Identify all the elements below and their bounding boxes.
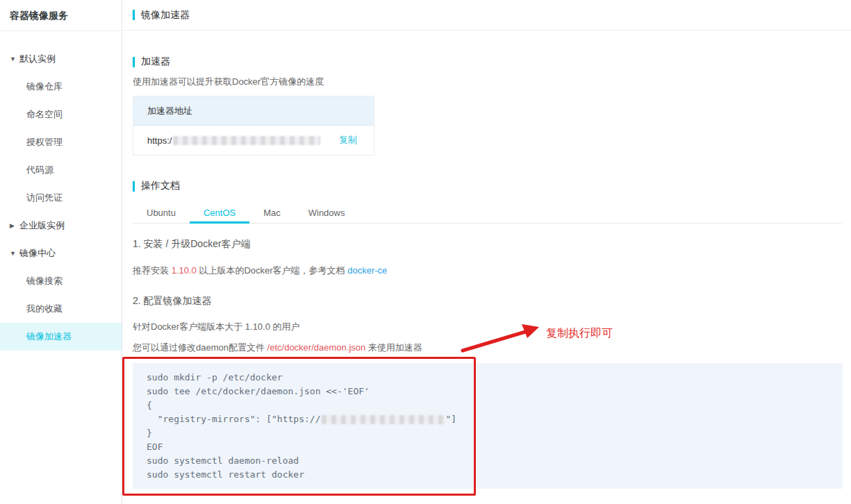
accent-bar bbox=[133, 57, 135, 67]
docker-ce-link[interactable]: docker-ce bbox=[347, 265, 387, 276]
page: 容器镜像服务 ▼默认实例 镜像仓库 命名空间 授权管理 代码源 访问凭证 ▶企业… bbox=[0, 0, 851, 504]
address-column-header: 加速器地址 bbox=[133, 96, 374, 126]
os-tabs: Ubuntu CentOS Mac Windows bbox=[133, 205, 841, 224]
accent-bar bbox=[133, 181, 135, 192]
code-line: sudo systemctl daemon-reload bbox=[147, 454, 829, 468]
code-line: { bbox=[147, 398, 829, 412]
step1-title: 1. 安装 / 升级Docker客户端 bbox=[133, 238, 251, 251]
code-line: EOF bbox=[147, 440, 829, 454]
page-header: 镜像加速器 bbox=[123, 0, 851, 31]
step1-paragraph: 推荐安装 1.10.0 以上版本的Docker客户端，参考文档 docker-c… bbox=[133, 264, 387, 277]
docs-section-title: 操作文档 bbox=[133, 180, 180, 192]
step2-line2: 您可以通过修改daemon配置文件 /etc/docker/daemon.jso… bbox=[133, 342, 422, 354]
accelerator-section-label: 加速器 bbox=[141, 56, 170, 68]
step2-line2-before: 您可以通过修改daemon配置文件 bbox=[133, 342, 267, 353]
sidebar-item-image-search[interactable]: 镜像搜索 bbox=[0, 267, 122, 295]
sidebar-item-image-accelerator[interactable]: 镜像加速器 bbox=[0, 323, 122, 351]
sidebar-group-image-center[interactable]: ▼镜像中心 bbox=[0, 240, 122, 267]
step1-text-before: 推荐安装 bbox=[133, 265, 172, 276]
masked-url-blur bbox=[173, 136, 320, 145]
sidebar-group-enterprise-instance[interactable]: ▶企业版实例 bbox=[0, 212, 122, 240]
address-row: https:/ 复制 bbox=[133, 126, 374, 155]
docker-version-highlight: 1.10.0 bbox=[172, 265, 197, 276]
step2-line1: 针对Docker客户端版本大于 1.10.0 的用户 bbox=[133, 321, 300, 333]
sidebar-item-image-repo[interactable]: 镜像仓库 bbox=[0, 73, 122, 101]
sidebar-item-auth-management[interactable]: 授权管理 bbox=[0, 128, 122, 156]
main-content: 镜像加速器 加速器 使用加速器可以提升获取Docker官方镜像的速度 加速器地址… bbox=[123, 0, 851, 504]
code-line4-suffix: "] bbox=[445, 414, 456, 424]
sidebar-item-code-source[interactable]: 代码源 bbox=[0, 156, 122, 184]
tab-centos[interactable]: CentOS bbox=[190, 205, 249, 224]
code-line4-prefix: "registry-mirrors": ["https:// bbox=[147, 414, 320, 424]
sidebar-group-label: 企业版实例 bbox=[19, 220, 65, 230]
chevron-down-icon: ▼ bbox=[10, 45, 19, 73]
sidebar-item-my-favorites[interactable]: 我的收藏 bbox=[0, 295, 122, 323]
annotation-label: 复制执行即可 bbox=[546, 326, 613, 341]
config-code-block: sudo mkdir -p /etc/docker sudo tee /etc/… bbox=[133, 363, 843, 489]
accelerator-section-title: 加速器 bbox=[133, 56, 170, 68]
sidebar-item-namespace[interactable]: 命名空间 bbox=[0, 101, 122, 128]
step2-title: 2. 配置镜像加速器 bbox=[133, 295, 212, 308]
tab-mac[interactable]: Mac bbox=[249, 205, 295, 224]
app-title: 容器镜像服务 bbox=[0, 0, 122, 31]
sidebar-group-default-instance[interactable]: ▼默认实例 bbox=[0, 45, 122, 73]
step2-line2-after: 来使用加速器 bbox=[365, 342, 422, 353]
copy-url-button[interactable]: 复制 bbox=[339, 134, 357, 146]
chevron-right-icon: ▶ bbox=[10, 212, 19, 240]
step1-text-after: 以上版本的Docker客户端，参考文档 bbox=[197, 265, 347, 276]
code-line-registry-mirrors: "registry-mirrors": ["https://"] bbox=[147, 412, 829, 426]
sidebar-item-access-credentials[interactable]: 访问凭证 bbox=[0, 184, 122, 212]
accelerator-address-table: 加速器地址 https:/ 复制 bbox=[133, 96, 374, 156]
tab-ubuntu[interactable]: Ubuntu bbox=[133, 205, 190, 224]
tab-windows[interactable]: Windows bbox=[295, 205, 359, 224]
masked-mirror-url-blur bbox=[322, 415, 445, 424]
code-line: sudo tee /etc/docker/daemon.json <<-'EOF… bbox=[147, 385, 829, 398]
code-line: sudo mkdir -p /etc/docker bbox=[147, 371, 829, 385]
chevron-down-icon: ▼ bbox=[10, 240, 19, 267]
code-line: sudo systemctl restart docker bbox=[147, 468, 829, 482]
code-line: } bbox=[147, 426, 829, 440]
daemon-json-path-highlight: /etc/docker/daemon.json bbox=[267, 342, 366, 353]
accelerator-url-prefix: https:/ bbox=[147, 135, 172, 146]
sidebar-group-label: 默认实例 bbox=[19, 53, 56, 64]
accelerator-description: 使用加速器可以提升获取Docker官方镜像的速度 bbox=[133, 76, 324, 88]
accent-bar bbox=[133, 10, 135, 20]
sidebar-menu: ▼默认实例 镜像仓库 命名空间 授权管理 代码源 访问凭证 ▶企业版实例 ▼镜像… bbox=[0, 31, 122, 351]
sidebar-group-label: 镜像中心 bbox=[19, 248, 56, 258]
page-title: 镜像加速器 bbox=[141, 9, 190, 22]
docs-section-label: 操作文档 bbox=[141, 180, 180, 192]
sidebar: 容器镜像服务 ▼默认实例 镜像仓库 命名空间 授权管理 代码源 访问凭证 ▶企业… bbox=[0, 0, 122, 504]
